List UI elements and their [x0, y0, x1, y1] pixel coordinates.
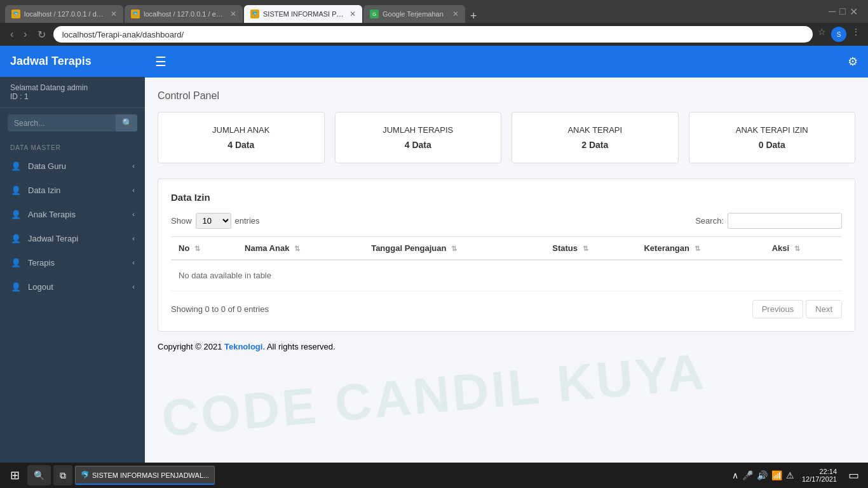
anak-terapis-icon: 👤 [10, 208, 22, 220]
taskbar-app-active[interactable]: 🐬 SISTEM INFORMASI PENJADWAL... [75, 466, 215, 485]
col-status: Status ⇅ [545, 237, 636, 261]
terapis-arrow: ‹ [132, 259, 135, 266]
taskbar-app-label: SISTEM INFORMASI PENJADWAL... [92, 471, 209, 479]
task-view-button[interactable]: ⧉ [53, 465, 72, 485]
clock-time: 22:14 [802, 468, 837, 475]
tray-speaker-icon: 🔊 [757, 470, 768, 480]
table-body: No data available in table [171, 260, 842, 291]
settings-button[interactable]: ⚙ [848, 55, 858, 69]
start-button[interactable]: ⊞ [5, 466, 25, 485]
stat-value-jumlah-terapis: 4 Data [348, 140, 489, 150]
sidebar-item-label-data-guru: Data Guru [28, 161, 66, 171]
stat-value-jumlah-anak: 4 Data [171, 140, 311, 150]
topbar: ☰ ⚙ [145, 46, 868, 78]
previous-button[interactable]: Previous [752, 300, 804, 318]
search-label: Search: [695, 216, 724, 226]
sidebar-section-label: DATA MASTER [0, 138, 145, 154]
tab-close-1[interactable]: ✕ [111, 10, 117, 18]
bookmark-icon[interactable]: ☆ [818, 27, 826, 42]
app-container: Jadwal Terapis Selamat Datang admin ID :… [0, 46, 868, 463]
sidebar-item-label-logout: Logout [28, 282, 53, 292]
browser-tabs: 🐬 localhost / 127.0.0.1 / db_tpanak ✕ 🐬 … [5, 0, 821, 23]
sidebar-item-anak-terapis[interactable]: 👤 Anak Terapis ‹ [0, 202, 145, 226]
tab-icon-3: 🐬 [250, 10, 259, 18]
page-content: Control Panel JUMLAH ANAK 4 Data JUMLAH … [145, 78, 868, 463]
menu-toggle-button[interactable]: ☰ [155, 54, 166, 69]
col-nama-anak: Nama Anak ⇅ [237, 237, 363, 261]
stat-label-jumlah-anak: JUMLAH ANAK [171, 125, 311, 135]
sort-icon-aksi[interactable]: ⇅ [794, 245, 800, 252]
maximize-icon[interactable]: □ [839, 6, 846, 17]
jadwal-terapi-icon: 👤 [10, 233, 22, 244]
data-izin-arrow: ‹ [132, 186, 135, 194]
taskbar-clock[interactable]: 22:14 12/17/2021 [797, 468, 842, 483]
sidebar-item-terapis[interactable]: 👤 Terapis ‹ [0, 250, 145, 274]
stat-card-anak-terapi-izin: ANAK TERAPI IZIN 0 Data [689, 112, 856, 163]
sort-icon-status[interactable]: ⇅ [583, 245, 588, 252]
sidebar-search-button[interactable]: 🔍 [116, 114, 137, 132]
data-table: No ⇅ Nama Anak ⇅ Tanggal Pengajuan ⇅ [171, 236, 842, 291]
terapis-icon: 👤 [10, 257, 22, 268]
sort-icon-keterangan[interactable]: ⇅ [695, 245, 700, 252]
browser-tab-3[interactable]: 🐬 SISTEM INFORMASI PENJADWAL... ✕ [244, 5, 362, 23]
browser-tab-1[interactable]: 🐬 localhost / 127.0.0.1 / db_tpanak ✕ [5, 5, 123, 23]
new-tab-button[interactable]: + [466, 10, 481, 23]
sidebar-item-data-izin[interactable]: 👤 Data Izin ‹ [0, 178, 145, 202]
sidebar-header: Jadwal Terapis [0, 46, 145, 77]
sort-icon-tanggal[interactable]: ⇅ [451, 245, 457, 252]
footer-link[interactable]: Teknologi [224, 342, 262, 351]
tab-close-4[interactable]: ✕ [452, 10, 459, 18]
footer-text-after: . All rights reserved. [262, 342, 335, 351]
address-field[interactable]: localhost/Terapi-anak/dashboard/ [53, 26, 813, 43]
table-search-input[interactable] [728, 213, 842, 229]
col-tanggal-pengajuan: Tanggal Pengajuan ⇅ [363, 237, 545, 261]
search-taskbar-button[interactable]: 🔍 [27, 465, 51, 485]
footer: Copyright © 2021 Teknologi. All rights r… [158, 342, 855, 351]
sidebar-item-logout[interactable]: 👤 Logout ‹ [0, 274, 145, 299]
menu-icon[interactable]: ⋮ [851, 27, 860, 42]
sidebar-item-label-terapis: Terapis [28, 258, 55, 268]
reload-button[interactable]: ↻ [35, 26, 48, 43]
tab-label-3: SISTEM INFORMASI PENJADWAL... [263, 10, 346, 18]
profile-button[interactable]: S [831, 27, 846, 42]
jadwal-terapi-arrow: ‹ [132, 234, 135, 242]
tray-mic-icon: 🎤 [742, 470, 753, 480]
sidebar-search-input[interactable] [8, 115, 116, 132]
stat-value-anak-terapi-izin: 0 Data [702, 140, 843, 150]
tab-close-2[interactable]: ✕ [230, 10, 236, 18]
stat-value-anak-terapi: 2 Data [525, 140, 665, 150]
sidebar-item-data-guru[interactable]: 👤 Data Guru ‹ [0, 154, 145, 178]
browser-tab-4[interactable]: G Google Terjemahan ✕ [363, 5, 465, 23]
col-no: No ⇅ [171, 237, 237, 261]
table-footer: Showing 0 to 0 of 0 entries Previous Nex… [171, 300, 842, 318]
back-button[interactable]: ‹ [8, 26, 16, 43]
tray-warning-icon: ⚠ [786, 470, 794, 480]
sidebar-search-inner: 🔍 [8, 114, 137, 132]
col-keterangan: Keterangan ⇅ [636, 237, 764, 261]
next-button[interactable]: Next [806, 300, 842, 318]
stat-card-jumlah-terapis: JUMLAH TERAPIS 4 Data [335, 112, 502, 163]
sidebar-item-jadwal-terapi[interactable]: 👤 Jadwal Terapi ‹ [0, 226, 145, 250]
logout-arrow: ‹ [132, 283, 135, 290]
browser-tab-2[interactable]: 🐬 localhost / 127.0.0.1 / e_arsip / u...… [125, 5, 243, 23]
entries-select[interactable]: 10 25 50 100 [196, 213, 231, 229]
tray-up-icon[interactable]: ∧ [732, 470, 738, 480]
sidebar: Jadwal Terapis Selamat Datang admin ID :… [0, 46, 145, 463]
forward-button[interactable]: › [21, 26, 29, 43]
tab-label-2: localhost / 127.0.0.1 / e_arsip / u... [144, 10, 226, 18]
sort-icon-no[interactable]: ⇅ [194, 245, 200, 252]
show-desktop-button[interactable]: ▭ [844, 468, 863, 482]
sort-icon-nama-anak[interactable]: ⇅ [294, 245, 300, 252]
stat-card-jumlah-anak: JUMLAH ANAK 4 Data [158, 112, 325, 163]
tab-icon-1: 🐬 [11, 10, 20, 18]
stat-card-anak-terapi: ANAK TERAPI 2 Data [512, 112, 679, 163]
table-search-box: Search: [695, 213, 842, 229]
minimize-icon[interactable]: ─ [829, 6, 836, 17]
taskbar: ⊞ 🔍 ⧉ 🐬 SISTEM INFORMASI PENJADWAL... ∧ … [0, 463, 868, 488]
data-izin-section: Data Izin Show 10 25 50 100 entries [158, 179, 855, 332]
tab-close-3[interactable]: ✕ [349, 10, 356, 18]
anak-terapis-arrow: ‹ [132, 210, 135, 218]
close-icon[interactable]: ✕ [850, 6, 858, 18]
footer-text-before: Copyright © 2021 [158, 342, 224, 351]
show-entries: Show 10 25 50 100 entries [171, 213, 260, 229]
